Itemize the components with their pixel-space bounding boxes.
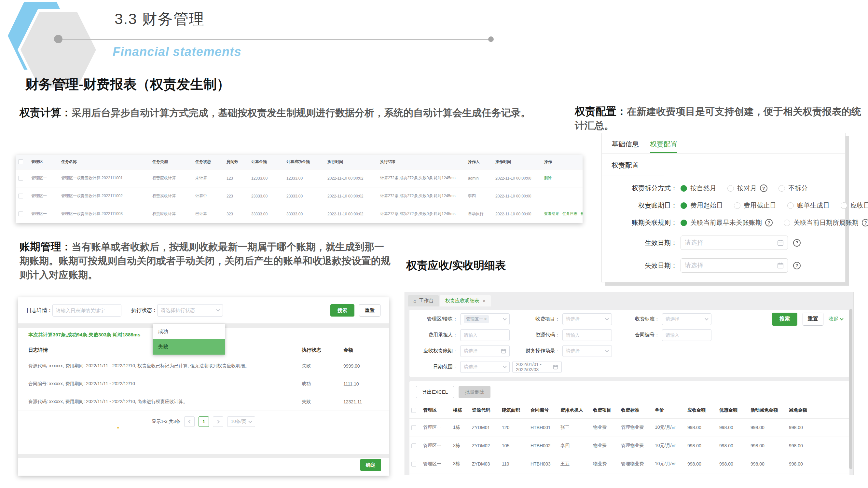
search-button[interactable]: 搜索 <box>330 304 354 317</box>
cell: 33333.00 <box>284 205 325 223</box>
cell: 合同编号: xxxxxx, 费用期间: 2022/11/11 - 2022/12… <box>28 381 302 387</box>
fee-standard-select[interactable]: 请选择 <box>662 313 711 325</box>
prev-page-button[interactable] <box>184 416 195 427</box>
help-icon[interactable]: ? <box>760 185 768 192</box>
tag-close-icon[interactable]: × <box>484 317 487 321</box>
contract-no-input[interactable] <box>662 329 711 341</box>
cell: 计算272条,成功272条,失败0条 耗时1245ms <box>377 205 465 223</box>
cell: 计算272条,成功272条,失败0条 耗时1245ms <box>377 187 465 205</box>
cell: 管理区一 <box>421 418 451 436</box>
help-icon[interactable]: ? <box>862 219 868 226</box>
chevron-down-icon <box>605 349 609 352</box>
page-size-select[interactable]: 10条/页 <box>227 416 255 427</box>
radio-option-current-date-period[interactable]: 关联当前日期所属账期? <box>784 218 868 227</box>
view-result-link[interactable]: 查看结果 <box>544 212 559 216</box>
tab-workspace[interactable]: ⌂工作台 <box>408 295 439 306</box>
next-page-button[interactable] <box>213 416 223 427</box>
radio-option-fee-start[interactable]: 费用起始日 <box>681 201 723 210</box>
resource-link[interactable]: ZYDM01 <box>470 418 500 436</box>
region-building-select[interactable]: 管理区一 × <box>460 313 510 325</box>
col-header: 执行状态 <box>302 347 343 353</box>
exec-status-select[interactable]: 请选择执行状态 <box>157 304 223 317</box>
resource-code-input[interactable] <box>562 329 612 341</box>
payer-link[interactable]: 王五 <box>558 455 591 473</box>
finance-scene-select[interactable]: 请选择 <box>562 345 612 357</box>
field-label: 执行状态： <box>131 307 157 314</box>
contract-link[interactable]: HTBH002 <box>529 436 558 455</box>
fee-item-select[interactable]: 请选择 <box>562 313 612 325</box>
dropdown-option-fail[interactable]: 失败 <box>153 339 225 355</box>
row-checkbox[interactable] <box>18 176 23 181</box>
row-checkbox[interactable] <box>18 194 23 198</box>
date-range-picker[interactable]: 2022/01/01 - 2022/02/03 <box>512 361 562 373</box>
cell: 12321.11 <box>343 399 378 404</box>
effective-date-picker[interactable]: 请选择 <box>681 235 788 250</box>
col-header: 执行时间 <box>325 155 377 169</box>
tab-receivable-detail[interactable]: 权责应收明细表× <box>440 295 491 306</box>
contract-link[interactable]: HTBH003 <box>529 455 558 473</box>
radio-label: 费用截止日 <box>744 201 776 210</box>
placeholder-text: 请选择 <box>685 238 777 247</box>
select-all-checkbox[interactable] <box>18 159 23 164</box>
chevron-left-icon <box>188 420 192 423</box>
cell: 物业费 <box>591 418 619 436</box>
calendar-icon <box>553 364 558 369</box>
cell: 10元/月/㎡ <box>653 436 685 455</box>
resource-link[interactable]: ZYDM02 <box>470 436 500 455</box>
col-header: 活动减免金额 <box>749 402 787 418</box>
cell: 998.00 <box>685 418 717 436</box>
cell: 998.00 <box>717 418 749 436</box>
delete-link[interactable]: 删除 <box>544 176 552 180</box>
row-checkbox-cell <box>409 455 421 473</box>
radio-option-by-month[interactable]: 按对月? <box>727 184 768 193</box>
field-label: 应收权责账期： <box>416 348 458 354</box>
date-range-type-select[interactable]: 请选择 <box>460 361 510 373</box>
search-button[interactable]: 搜索 <box>772 313 797 326</box>
contract-link[interactable]: HTBH001 <box>529 418 558 436</box>
row-checkbox[interactable] <box>411 444 416 448</box>
reset-button[interactable]: 重置 <box>803 313 824 326</box>
expire-date-picker[interactable]: 请选择 <box>681 258 788 273</box>
help-icon[interactable]: ? <box>793 262 801 269</box>
radio-option-earliest-open-period[interactable]: 关联当前最早未关账账期? <box>681 218 773 227</box>
payer-link[interactable]: 李四 <box>558 436 591 455</box>
confirm-button[interactable]: 确定 <box>360 459 381 471</box>
radio-option-receivable-date[interactable]: 应收日期? <box>841 201 868 210</box>
help-icon[interactable]: ? <box>765 219 773 226</box>
radio-option-fee-end[interactable]: 费用截止日 <box>734 201 776 210</box>
cell: 998.00 <box>749 418 787 436</box>
vertical-scrollbar[interactable] <box>849 309 852 469</box>
page-number-button[interactable]: 1 <box>198 416 209 427</box>
col-header: 单价 <box>653 402 685 418</box>
tab-accrual-config[interactable]: 权责配置 <box>650 139 677 153</box>
resource-link[interactable]: ZYDM03 <box>470 455 500 473</box>
select-all-checkbox[interactable] <box>411 408 416 413</box>
dropdown-option-success[interactable]: 成功 <box>153 324 225 339</box>
close-icon[interactable]: × <box>483 298 486 303</box>
radio-option-bill-date[interactable]: 账单生成日 <box>787 201 830 210</box>
task-log-link[interactable]: 任务日志 <box>562 212 577 216</box>
collapse-toggle[interactable]: 收起 <box>829 316 843 322</box>
cell: 已计算 <box>193 205 224 223</box>
payer-link[interactable]: 张三 <box>558 418 591 436</box>
row-checkbox-cell <box>409 418 421 436</box>
accrual-period-picker[interactable]: 请选择 <box>460 345 510 357</box>
payer-input[interactable] <box>460 329 510 341</box>
radio-label: 账单生成日 <box>797 201 830 210</box>
radio-option-no-split[interactable]: 不拆分 <box>778 184 808 193</box>
batch-delete-button[interactable]: 批量删除 <box>459 386 491 398</box>
row-checkbox[interactable] <box>18 212 23 216</box>
tab-basic-info[interactable]: 基础信息 <box>612 139 639 149</box>
cell: 23333.00 <box>284 187 325 205</box>
delete-link[interactable]: 删除 <box>581 212 583 216</box>
reset-button[interactable]: 重置 <box>359 304 380 317</box>
log-detail-input[interactable] <box>53 304 121 317</box>
export-excel-button[interactable]: 导出EXCEL <box>416 386 454 398</box>
help-icon[interactable]: ? <box>793 239 801 247</box>
row-checkbox[interactable] <box>411 425 416 430</box>
cell: 计算272条,成功272条,失败0条 耗时1245ms <box>377 169 465 187</box>
cell: 管理区一 <box>421 436 451 455</box>
row-checkbox[interactable] <box>411 462 416 466</box>
radio-selected-icon <box>681 202 687 209</box>
radio-option-natural-month[interactable]: 按自然月 <box>681 184 716 193</box>
